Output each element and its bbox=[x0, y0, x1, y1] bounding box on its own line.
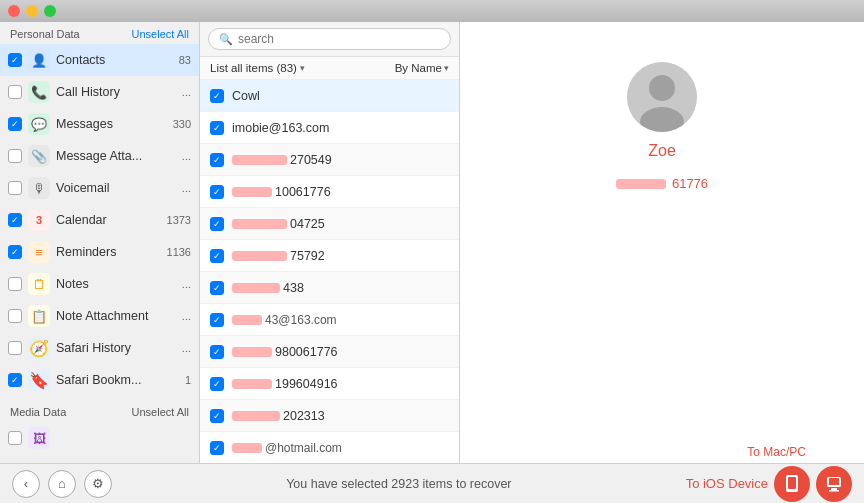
messageatt-checkbox[interactable] bbox=[8, 149, 22, 163]
contact-name-9: 980061776 bbox=[232, 345, 338, 359]
contact-item-3[interactable]: 270549 bbox=[200, 144, 459, 176]
callhistory-checkbox[interactable] bbox=[8, 85, 22, 99]
phone-redact-bar bbox=[616, 179, 666, 189]
settings-button[interactable]: ⚙ bbox=[84, 470, 112, 498]
sidebar-item-messages[interactable]: 💬 Messages 330 bbox=[0, 108, 199, 140]
redact-bar-5 bbox=[232, 219, 287, 229]
media-checkbox[interactable] bbox=[8, 431, 22, 445]
contact-item-10[interactable]: 199604916 bbox=[200, 368, 459, 400]
maximize-button[interactable] bbox=[44, 5, 56, 17]
sidebar-item-reminders[interactable]: ≡ Reminders 1136 bbox=[0, 236, 199, 268]
calendar-checkbox[interactable] bbox=[8, 213, 22, 227]
sort-by-name[interactable]: By Name ▾ bbox=[395, 62, 449, 74]
contact-item-5[interactable]: 04725 bbox=[200, 208, 459, 240]
contact-suffix-7: 438 bbox=[283, 281, 304, 295]
ios-icon bbox=[782, 474, 802, 494]
contact-suffix-5: 04725 bbox=[290, 217, 325, 231]
contact-cb-email2[interactable] bbox=[210, 313, 224, 327]
sidebar-item-safarihistory[interactable]: 🧭 Safari History ... bbox=[0, 332, 199, 364]
search-wrapper: 🔍 bbox=[208, 28, 451, 50]
safarihistory-checkbox[interactable] bbox=[8, 341, 22, 355]
messages-icon: 💬 bbox=[28, 113, 50, 135]
sidebar-item-callhistory[interactable]: 📞 Call History ... bbox=[0, 76, 199, 108]
sidebar-item-safaribookmarks[interactable]: 🔖 Safari Bookm... 1 bbox=[0, 364, 199, 396]
calendar-count: 1373 bbox=[167, 214, 191, 226]
contact-item-email1[interactable]: imobie@163.com bbox=[200, 112, 459, 144]
contact-cb-9[interactable] bbox=[210, 345, 224, 359]
contact-name-email3: @hotmail.com bbox=[232, 441, 342, 455]
contact-item-6[interactable]: 75792 bbox=[200, 240, 459, 272]
calendar-label: Calendar bbox=[56, 213, 163, 227]
contact-cb-11[interactable] bbox=[210, 409, 224, 423]
contact-name-email2: 43@163.com bbox=[232, 313, 337, 327]
contact-suffix-9: 980061776 bbox=[275, 345, 338, 359]
reminders-checkbox[interactable] bbox=[8, 245, 22, 259]
back-button[interactable]: ‹ bbox=[12, 470, 40, 498]
contact-cb-4[interactable] bbox=[210, 185, 224, 199]
contact-cb-3[interactable] bbox=[210, 153, 224, 167]
callhistory-count: ... bbox=[182, 86, 191, 98]
to-ios-button[interactable] bbox=[774, 466, 810, 502]
contact-name-5: 04725 bbox=[232, 217, 325, 231]
callhistory-icon: 📞 bbox=[28, 81, 50, 103]
contact-cb-email1[interactable] bbox=[210, 121, 224, 135]
contact-item-email3[interactable]: @hotmail.com bbox=[200, 432, 459, 463]
contacts-label: Contacts bbox=[56, 53, 175, 67]
contact-name-cowl: Cowl bbox=[232, 89, 260, 103]
avatar-svg bbox=[627, 62, 697, 132]
noteatt-label: Note Attachment bbox=[56, 309, 178, 323]
contacts-checkbox[interactable] bbox=[8, 53, 22, 67]
sidebar-item-media[interactable]: 🖼 bbox=[0, 422, 199, 454]
personal-data-header: Personal Data Unselect All bbox=[0, 22, 199, 44]
media-icon: 🖼 bbox=[28, 427, 50, 449]
redact-bar-10 bbox=[232, 379, 272, 389]
messages-count: 330 bbox=[173, 118, 191, 130]
messages-checkbox[interactable] bbox=[8, 117, 22, 131]
contact-cb-cowl[interactable] bbox=[210, 89, 224, 103]
voicemail-checkbox[interactable] bbox=[8, 181, 22, 195]
contact-name-7: 438 bbox=[232, 281, 304, 295]
notes-checkbox[interactable] bbox=[8, 277, 22, 291]
redact-bar-3 bbox=[232, 155, 287, 165]
sidebar-item-calendar[interactable]: 3 Calendar 1373 bbox=[0, 204, 199, 236]
noteatt-icon: 📋 bbox=[28, 305, 50, 327]
safaribookmarks-checkbox[interactable] bbox=[8, 373, 22, 387]
search-input[interactable] bbox=[238, 32, 440, 46]
contact-name-11: 202313 bbox=[232, 409, 325, 423]
bottom-navigation: ‹ ⌂ ⚙ bbox=[12, 470, 112, 498]
by-name-label: By Name bbox=[395, 62, 442, 74]
list-count-chevron[interactable]: ▾ bbox=[300, 63, 305, 73]
sidebar-item-messageatt[interactable]: 📎 Message Atta... ... bbox=[0, 140, 199, 172]
sidebar-item-contacts[interactable]: 👤 Contacts 83 bbox=[0, 44, 199, 76]
media-unselect-button[interactable]: Unselect All bbox=[132, 406, 189, 418]
redact-bar-11 bbox=[232, 411, 280, 421]
contact-item-7[interactable]: 438 bbox=[200, 272, 459, 304]
messageatt-icon: 📎 bbox=[28, 145, 50, 167]
to-mac-button[interactable] bbox=[816, 466, 852, 502]
minimize-button[interactable] bbox=[26, 5, 38, 17]
contact-cb-10[interactable] bbox=[210, 377, 224, 391]
close-button[interactable] bbox=[8, 5, 20, 17]
contact-cb-6[interactable] bbox=[210, 249, 224, 263]
voicemail-label: Voicemail bbox=[56, 181, 178, 195]
contact-item-11[interactable]: 202313 bbox=[200, 400, 459, 432]
main-content: Personal Data Unselect All 👤 Contacts 83… bbox=[0, 22, 864, 463]
contact-cb-5[interactable] bbox=[210, 217, 224, 231]
contact-cb-email3[interactable] bbox=[210, 441, 224, 455]
svg-rect-7 bbox=[829, 478, 839, 485]
contact-cb-7[interactable] bbox=[210, 281, 224, 295]
contact-item-4[interactable]: 10061776 bbox=[200, 176, 459, 208]
title-bar bbox=[0, 0, 864, 22]
contact-item-email2[interactable]: 43@163.com bbox=[200, 304, 459, 336]
contact-item-cowl[interactable]: Cowl bbox=[200, 80, 459, 112]
sidebar-item-voicemail[interactable]: 🎙 Voicemail ... bbox=[0, 172, 199, 204]
contacts-count: 83 bbox=[179, 54, 191, 66]
unselect-all-button[interactable]: Unselect All bbox=[132, 28, 189, 40]
contact-item-9[interactable]: 980061776 bbox=[200, 336, 459, 368]
noteatt-checkbox[interactable] bbox=[8, 309, 22, 323]
sidebar: Personal Data Unselect All 👤 Contacts 83… bbox=[0, 22, 200, 463]
sidebar-item-noteatt[interactable]: 📋 Note Attachment ... bbox=[0, 300, 199, 332]
sidebar-item-notes[interactable]: 🗒 Notes ... bbox=[0, 268, 199, 300]
home-button[interactable]: ⌂ bbox=[48, 470, 76, 498]
safarihistory-count: ... bbox=[182, 342, 191, 354]
